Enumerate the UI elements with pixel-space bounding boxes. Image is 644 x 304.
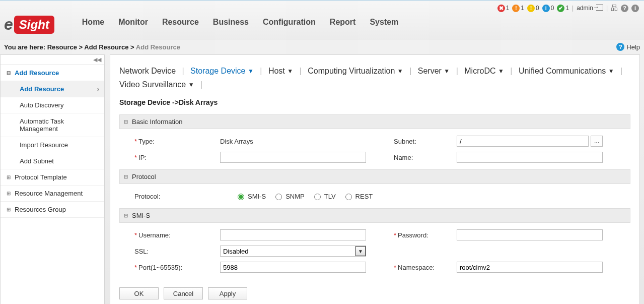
- radio-rest-input[interactable]: [345, 194, 352, 200]
- sidebar-item-import-resource[interactable]: Import Resource: [1, 137, 104, 153]
- radio-label: REST: [355, 193, 373, 200]
- tab-server[interactable]: Server ▼: [418, 67, 452, 75]
- help-icon: ?: [616, 43, 624, 51]
- breadcrumb-prefix: You are here:: [4, 43, 47, 51]
- port-input[interactable]: [220, 262, 366, 273]
- nav-business[interactable]: Business: [213, 18, 249, 33]
- breadcrumb-p1[interactable]: Resource: [47, 43, 77, 51]
- nav-system[interactable]: System: [370, 18, 398, 33]
- sidebar-item-protocol-template[interactable]: ⊞ Protocol Template: [1, 169, 104, 186]
- nav-resource[interactable]: Resource: [162, 18, 199, 33]
- subcrumb-b: Disk Arrays: [179, 98, 218, 106]
- sidebar-item-auto-discovery[interactable]: Auto Discovery: [1, 97, 104, 113]
- tab-storage-device[interactable]: Storage Device ▼: [190, 67, 256, 75]
- status-ok[interactable]: ✔ 1: [557, 5, 569, 12]
- ok-button[interactable]: OK: [119, 287, 159, 299]
- nav-monitor[interactable]: Monitor: [118, 18, 148, 33]
- subnet-input[interactable]: [457, 136, 589, 147]
- major-count: 1: [521, 5, 524, 12]
- username-input[interactable]: [220, 229, 366, 240]
- radio-tlv-input[interactable]: [314, 194, 321, 200]
- sidebar-item-auto-task[interactable]: Automatic Task Management: [1, 113, 104, 137]
- password-input[interactable]: [457, 229, 603, 240]
- chevron-right-icon: ›: [97, 85, 99, 93]
- critical-icon: ✖: [497, 5, 505, 12]
- subnet-browse-button[interactable]: ...: [591, 136, 603, 147]
- current-user[interactable]: admin: [577, 5, 593, 12]
- sidebar-item-resources-group[interactable]: ⊞ Resources Group: [1, 202, 104, 218]
- nav-configuration[interactable]: Configuration: [263, 18, 316, 33]
- tab-video-surveillance[interactable]: Video Surveillance ▼: [119, 80, 196, 89]
- minor-icon: !: [527, 5, 535, 12]
- tab-network-device[interactable]: Network Device: [119, 67, 176, 75]
- status-critical[interactable]: ✖ 1: [497, 5, 510, 12]
- protocol-label: Protocol:: [134, 193, 160, 200]
- tab-microdc[interactable]: MicroDC ▼: [464, 67, 506, 75]
- tab-host[interactable]: Host ▼: [268, 67, 296, 75]
- help-link[interactable]: ? Help: [616, 43, 640, 51]
- sidebar-item-resource-management[interactable]: ⊞ Resource Management: [1, 186, 104, 202]
- nav-home[interactable]: Home: [82, 18, 104, 33]
- port-label: Port(1~65535):: [138, 264, 182, 271]
- sidebar-item-add-subnet[interactable]: Add Subnet: [1, 153, 104, 169]
- status-minor[interactable]: ! 0: [527, 5, 539, 12]
- critical-count: 1: [506, 5, 510, 12]
- about-icon[interactable]: i: [631, 5, 639, 12]
- sidebar-item-add-resource-child[interactable]: Add Resource ›: [1, 81, 104, 97]
- radio-smis[interactable]: SMI-S: [235, 192, 266, 200]
- workspace: ◀◀ ⊟ Add Resource Add Resource › Auto Di…: [0, 54, 644, 304]
- apply-button[interactable]: Apply: [208, 287, 247, 299]
- username-label: Username:: [138, 231, 171, 239]
- collapse-icon: ⊟: [7, 70, 12, 76]
- sidebar-label: Add Resource: [15, 69, 59, 77]
- logout-icon[interactable]: [596, 5, 603, 12]
- chevron-down-icon: ▼: [498, 68, 504, 75]
- radio-tlv[interactable]: TLV: [312, 192, 336, 200]
- name-input[interactable]: [457, 152, 603, 163]
- status-major[interactable]: ! 1: [512, 5, 524, 12]
- info-icon: i: [542, 5, 550, 12]
- divider: |: [606, 5, 608, 12]
- sidebar-collapse[interactable]: ◀◀: [1, 55, 104, 65]
- expand-icon: ⊞: [7, 174, 12, 180]
- content-panel: Network Device | Storage Device ▼ | Host…: [110, 54, 640, 304]
- radio-smis-input[interactable]: [238, 194, 244, 200]
- tab-computing-virtualization[interactable]: Computing Virtualization ▼: [308, 67, 405, 75]
- nav-report[interactable]: Report: [330, 18, 356, 33]
- namespace-label: Namespace:: [398, 264, 435, 271]
- name-label: Name:: [394, 154, 413, 161]
- section-basic-header[interactable]: ⊟ Basic Information: [119, 114, 630, 129]
- section-title: Basic Information: [132, 118, 182, 126]
- major-icon: !: [512, 5, 520, 12]
- breadcrumb-sep: >: [79, 43, 85, 51]
- section-smis-header[interactable]: ⊟ SMI-S: [119, 208, 630, 223]
- cancel-button[interactable]: Cancel: [164, 287, 203, 299]
- radio-snmp[interactable]: SNMP: [273, 192, 305, 200]
- sidebar-item-add-resource[interactable]: ⊟ Add Resource: [1, 65, 104, 81]
- radio-label: SMI-S: [248, 193, 266, 200]
- chevron-down-icon: ▼: [444, 68, 450, 75]
- namespace-input[interactable]: [457, 262, 603, 273]
- sidebar-label: Automatic Task Management: [20, 117, 99, 133]
- tab-unified-communications[interactable]: Unified Communications ▼: [519, 67, 616, 75]
- status-bar: ✖ 1 ! 1 ! 0 i 0 ✔ 1 | admin | 品 ? i: [497, 1, 639, 13]
- topology-icon[interactable]: 品: [611, 4, 618, 13]
- ip-input[interactable]: [220, 152, 366, 163]
- ssl-select[interactable]: [220, 246, 366, 257]
- sidebar-label: Protocol Template: [15, 173, 67, 181]
- expand-icon: ⊞: [7, 191, 12, 196]
- status-info[interactable]: i 0: [542, 5, 554, 12]
- radio-rest[interactable]: REST: [343, 192, 373, 200]
- subnet-label: Subnet:: [394, 138, 416, 145]
- section-title: Protocol: [132, 173, 156, 180]
- sidebar-label: Auto Discovery: [20, 101, 63, 109]
- divider: |: [572, 5, 574, 12]
- ssl-dropdown-button[interactable]: ▼: [355, 246, 366, 256]
- radio-snmp-input[interactable]: [275, 194, 282, 200]
- section-protocol-header[interactable]: ⊟ Protocol: [119, 169, 630, 184]
- help-top-icon[interactable]: ?: [621, 5, 628, 12]
- collapse-icon: ⊟: [124, 174, 129, 179]
- help-label: Help: [626, 43, 640, 51]
- collapse-icon: ⊟: [124, 213, 129, 218]
- breadcrumb-p2[interactable]: Add Resource: [84, 43, 128, 51]
